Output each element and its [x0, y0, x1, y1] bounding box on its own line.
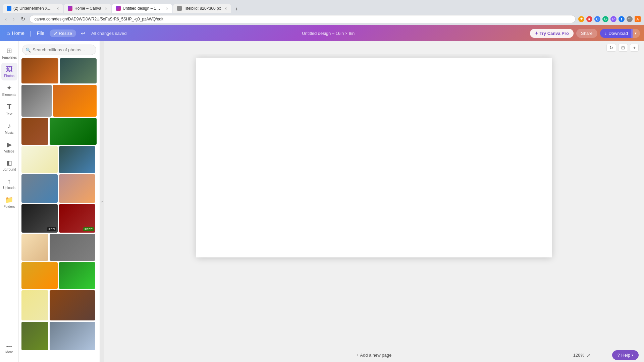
sidebar-item-more[interactable]: ••• More [1, 341, 17, 357]
photo-thumb-7[interactable] [21, 146, 58, 173]
photo-thumb-15[interactable] [21, 262, 58, 289]
tab-close-3[interactable]: ✕ [166, 7, 168, 10]
photo-thumb-20[interactable] [50, 322, 95, 350]
icon-sidebar: ⊞ Templates 🖼 Photos ✦ Elements T Text ♪… [0, 41, 19, 362]
canvas-bottom-bar: + Add a new page 128% ⤢ ? Help ▾ [104, 348, 644, 362]
photo-thumb-3[interactable] [21, 85, 52, 117]
photo-thumb-4[interactable] [53, 85, 97, 117]
panel-collapse-handle[interactable]: ‹ [100, 41, 104, 362]
ext-icon-4[interactable]: G [602, 16, 608, 22]
sidebar-item-text[interactable]: T Text [1, 100, 17, 119]
ext-icon-7[interactable]: ⋯ [627, 16, 633, 22]
undo-button[interactable]: ↩ [79, 29, 87, 38]
tab-close-2[interactable]: ✕ [105, 7, 107, 10]
photo-thumb-13[interactable] [21, 234, 48, 261]
sidebar-item-music[interactable]: ♪ Music [1, 119, 17, 137]
sidebar-item-elements[interactable]: ✦ Elements [1, 81, 17, 99]
help-label: Help [621, 353, 630, 358]
photo-row-3 [21, 118, 97, 145]
canvas-page[interactable] [196, 58, 552, 257]
photo-thumb-14[interactable] [50, 234, 95, 261]
photo-thumb-10[interactable] [59, 174, 95, 203]
photo-thumb-12[interactable]: FREE [59, 204, 95, 233]
resize-icon: ⤢ [54, 31, 57, 36]
photo-thumb-18[interactable] [50, 290, 95, 320]
share-button[interactable]: Share [576, 29, 597, 38]
photo-row-10 [21, 322, 97, 350]
help-button[interactable]: ? Help ▾ [612, 350, 639, 360]
canvas-tool-3[interactable]: + [630, 44, 639, 52]
ext-icon-6[interactable]: f [619, 16, 625, 22]
new-tab-button[interactable]: + [232, 5, 241, 13]
photo-thumb-9[interactable] [21, 174, 58, 203]
canvas-tool-2[interactable]: ⊞ [618, 44, 628, 52]
uploads-icon: ↑ [8, 177, 11, 185]
photo-row-2 [21, 85, 97, 117]
browser-toolbar: ‹ › ↻ canva.com/design/DAD9WD8WR2U/5oFaS… [0, 13, 644, 25]
tab-favicon-2 [68, 6, 72, 11]
zoom-fullscreen-button[interactable]: ⤢ [586, 353, 590, 358]
try-pro-button[interactable]: ✦ Try Canva Pro [530, 29, 574, 38]
zoom-level: 128% [573, 353, 584, 358]
folders-icon: 📁 [5, 196, 13, 204]
back-button[interactable]: ‹ [3, 15, 8, 23]
photos-panel: 🔍 [19, 41, 100, 362]
canvas-tool-1[interactable]: ↻ [606, 44, 616, 52]
sidebar-item-background[interactable]: ◧ Bg/round [1, 157, 17, 174]
videos-icon: ▶ [7, 140, 12, 148]
photo-thumb-17[interactable] [21, 290, 48, 320]
photo-thumb-16[interactable] [59, 262, 95, 289]
help-button-wrap: ? Help ▾ [612, 350, 639, 360]
photo-thumb-8[interactable] [59, 146, 95, 173]
browser-tab-2[interactable]: Home – Canva ✕ [64, 4, 111, 13]
photo-thumb-1[interactable] [21, 58, 58, 83]
sidebar-item-videos[interactable]: ▶ Videos [1, 138, 17, 156]
resize-button[interactable]: ⤢ Resize [50, 29, 76, 37]
photo-row-9 [21, 290, 97, 320]
sidebar-item-photos[interactable]: 🖼 Photos [1, 63, 17, 80]
photo-thumb-6[interactable] [50, 118, 97, 145]
sidebar-item-folders[interactable]: 📁 Folders [1, 193, 17, 211]
ext-icon-2[interactable]: ■ [586, 16, 592, 22]
add-page-button[interactable]: + Add a new page [357, 353, 391, 358]
photo-row-7 [21, 234, 97, 261]
design-title: Untitled design – 16in × 9in [302, 31, 355, 36]
home-button[interactable]: ⌂ Home [4, 29, 27, 38]
tab-favicon-3 [116, 6, 121, 11]
sidebar-item-templates[interactable]: ⊞ Templates [1, 44, 17, 62]
tab-favicon-4 [177, 6, 182, 11]
browser-tab-4[interactable]: Titelbild: 820×360 px ✕ [173, 4, 231, 13]
photo-thumb-19[interactable] [21, 322, 48, 350]
url-bar[interactable]: canva.com/design/DAD9WD8WR2U/5oFaSrR6_5S… [30, 15, 576, 23]
canvas-scroll-area[interactable] [104, 54, 644, 348]
download-button[interactable]: ↓ Download [600, 29, 633, 38]
forward-button[interactable]: › [11, 15, 16, 23]
photo-thumb-2[interactable] [60, 58, 97, 83]
profile-icon[interactable]: A [635, 16, 641, 22]
browser-tab-3[interactable]: Untitled design – 16in × 9in ✕ [112, 4, 172, 13]
refresh-button[interactable]: ↻ [19, 15, 27, 23]
ext-icon-3[interactable]: C [594, 16, 600, 22]
ext-icon-5[interactable]: P [610, 16, 616, 22]
more-label: More [5, 350, 13, 354]
tab-close-1[interactable]: ✕ [56, 7, 59, 10]
tab-close-4[interactable]: ✕ [224, 7, 227, 10]
browser-tab-1[interactable]: (2) Unternehmen XYZ | Faceb... ✕ [3, 4, 63, 13]
ext-icon-1[interactable]: ★ [578, 16, 584, 22]
tab-favicon-1 [7, 6, 11, 11]
photo-thumb-5[interactable] [21, 118, 48, 145]
download-dropdown-button[interactable]: ▾ [631, 29, 640, 38]
photo-row-8 [21, 262, 97, 289]
photos-search-input[interactable] [22, 45, 96, 55]
app-header: ⌂ Home | File ⤢ Resize ↩ All changes sav… [0, 25, 644, 41]
tab-label-3: Untitled design – 16in × 9in [123, 6, 162, 11]
music-icon: ♪ [8, 122, 11, 130]
file-button[interactable]: File [34, 29, 47, 37]
templates-label: Templates [2, 56, 17, 59]
photos-search-area: 🔍 [19, 41, 100, 57]
home-label: Home [12, 31, 24, 36]
help-dropdown-icon: ▾ [632, 353, 633, 357]
tab-label-2: Home – Canva [74, 6, 101, 11]
sidebar-item-uploads[interactable]: ↑ Uploads [1, 175, 17, 192]
photo-thumb-11[interactable]: PRO [21, 204, 58, 233]
